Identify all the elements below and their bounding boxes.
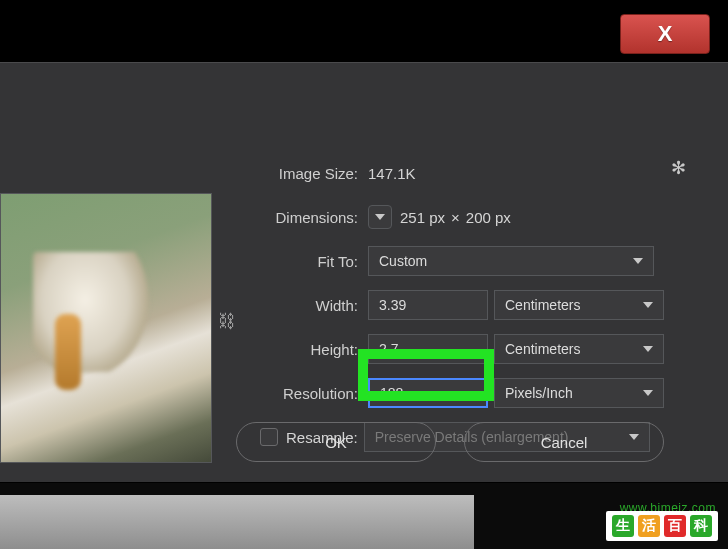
fit-to-label: Fit To: [240, 253, 368, 270]
watermark-char: 活 [638, 515, 660, 537]
thumbnail-strip [0, 495, 474, 549]
ok-button[interactable]: OK [236, 422, 436, 462]
chevron-down-icon [633, 258, 643, 264]
constrain-proportions[interactable]: ⛓ [218, 277, 242, 365]
row-dimensions: Dimensions: 251 px × 200 px [240, 197, 690, 237]
height-unit-select[interactable]: Centimeters [494, 334, 664, 364]
image-preview [0, 193, 212, 463]
width-unit-value: Centimeters [505, 297, 580, 313]
resolution-input[interactable]: 188 [368, 378, 488, 408]
fit-to-value: Custom [379, 253, 427, 269]
dimensions-times: × [451, 209, 460, 226]
row-width: Width: 3.39 Centimeters [240, 285, 690, 325]
row-height: Height: 2.7 Centimeters [240, 329, 690, 369]
watermark-badge: 生 活 百 科 [606, 511, 718, 541]
row-fit-to: Fit To: Custom [240, 241, 690, 281]
image-size-label: Image Size: [240, 165, 368, 182]
fit-to-select[interactable]: Custom [368, 246, 654, 276]
height-unit-value: Centimeters [505, 341, 580, 357]
bottom-strip: www.bimeiz.com 生 活 百 科 [0, 483, 728, 549]
height-input[interactable]: 2.7 [368, 334, 488, 364]
height-label: Height: [240, 341, 368, 358]
row-resolution: Resolution: 188 Pixels/Inch [240, 373, 690, 413]
image-size-value: 147.1K [368, 165, 416, 182]
dimensions-height: 200 px [466, 209, 511, 226]
ok-label: OK [325, 434, 347, 451]
link-icon: ⛓ [218, 311, 236, 332]
resolution-unit-select[interactable]: Pixels/Inch [494, 378, 664, 408]
image-size-dialog: ✻ ⛓ Image Size: 147.1K Dimensions: 251 p… [0, 62, 728, 482]
fields-panel: Image Size: 147.1K Dimensions: 251 px × … [240, 153, 690, 461]
width-label: Width: [240, 297, 368, 314]
chevron-down-icon [643, 390, 653, 396]
cancel-label: Cancel [541, 434, 588, 451]
width-input[interactable]: 3.39 [368, 290, 488, 320]
width-value: 3.39 [379, 297, 406, 313]
dialog-buttons: OK Cancel [236, 422, 664, 462]
chevron-down-icon [375, 214, 385, 220]
width-unit-select[interactable]: Centimeters [494, 290, 664, 320]
watermark-char: 科 [690, 515, 712, 537]
dimensions-width: 251 px [400, 209, 445, 226]
dimensions-label: Dimensions: [240, 209, 368, 226]
dimensions-unit-dropdown[interactable] [368, 205, 392, 229]
resolution-label: Resolution: [240, 385, 368, 402]
watermark-char: 百 [664, 515, 686, 537]
row-image-size: Image Size: 147.1K [240, 153, 690, 193]
chevron-down-icon [643, 346, 653, 352]
cancel-button[interactable]: Cancel [464, 422, 664, 462]
resolution-unit-value: Pixels/Inch [505, 385, 573, 401]
watermark-char: 生 [612, 515, 634, 537]
height-value: 2.7 [379, 341, 398, 357]
window-close-button[interactable]: X [620, 14, 710, 54]
close-icon: X [658, 21, 673, 47]
resolution-value: 188 [380, 385, 403, 401]
chevron-down-icon [643, 302, 653, 308]
